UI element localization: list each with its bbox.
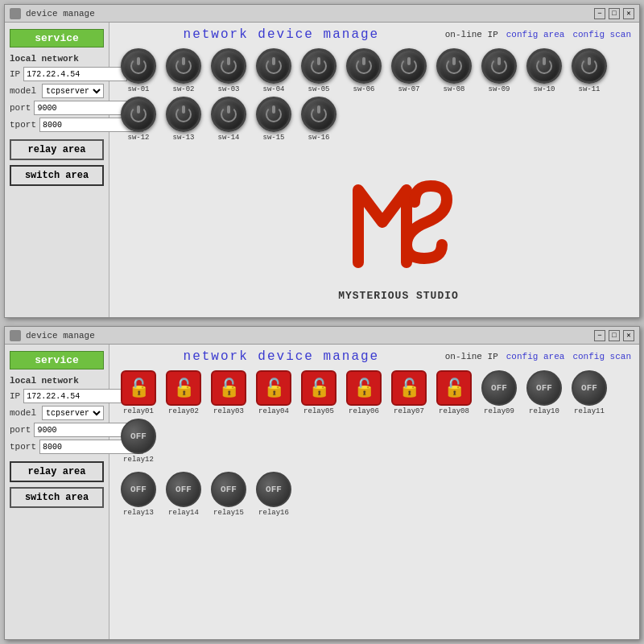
off-label: OFF xyxy=(266,485,282,494)
power-button[interactable] xyxy=(166,48,201,84)
config-scan-2[interactable]: config scan xyxy=(572,352,631,361)
relay-item-on: 🔓 relay05 xyxy=(298,370,340,415)
power-button[interactable] xyxy=(211,48,246,84)
power-button[interactable] xyxy=(121,48,156,84)
power-button[interactable] xyxy=(256,48,291,84)
power-button[interactable] xyxy=(436,48,472,84)
lock-open-icon: 🔓 xyxy=(398,378,420,399)
relay-on-button[interactable]: 🔓 xyxy=(346,370,382,406)
relay-off-button[interactable]: OFF xyxy=(256,472,291,507)
power-button[interactable] xyxy=(526,48,562,84)
relay-off-button[interactable]: OFF xyxy=(526,370,562,406)
power-button[interactable] xyxy=(166,97,201,132)
relay-item-on: 🔓 relay04 xyxy=(253,370,295,415)
ip-row-1: IP xyxy=(10,67,104,81)
port-label-1: port xyxy=(10,103,31,113)
tport-row-1: tport xyxy=(10,118,104,132)
power-button[interactable] xyxy=(391,48,427,84)
ms-logo-text: MYSTERIOUS STUDIO xyxy=(338,290,459,302)
switch-item: sw-11 xyxy=(568,48,610,93)
relay-on-button[interactable]: 🔓 xyxy=(166,370,201,406)
power-button[interactable] xyxy=(211,97,246,132)
maximize-btn-2[interactable]: □ xyxy=(609,330,620,341)
power-button[interactable] xyxy=(301,48,336,84)
model-row-2: model tcpserver xyxy=(10,406,104,420)
ip-label-2: IP xyxy=(10,391,20,401)
relay-label: relay08 xyxy=(439,407,469,415)
relay-on-button[interactable]: 🔓 xyxy=(391,370,427,406)
relay-item-off: OFF relay13 xyxy=(118,472,159,517)
relay-off-button[interactable]: OFF xyxy=(121,419,156,454)
relay-on-button[interactable]: 🔓 xyxy=(301,370,336,406)
power-icon xyxy=(452,57,456,65)
window-1: device manage − □ ✕ service local networ… xyxy=(4,4,640,318)
model-select-2[interactable]: tcpserver xyxy=(42,406,104,420)
switch-item: sw-13 xyxy=(163,97,204,142)
relay-item-on: 🔓 relay03 xyxy=(208,370,250,415)
close-btn-2[interactable]: ✕ xyxy=(623,330,634,341)
power-icon xyxy=(182,57,185,65)
relay-label: relay10 xyxy=(529,407,559,415)
switch-area-btn-2[interactable]: switch area xyxy=(10,487,104,508)
tport-row-2: tport xyxy=(10,440,104,454)
main-area-1: network device manage on-line IP config … xyxy=(109,23,639,317)
switch-label: sw-03 xyxy=(217,85,239,93)
relay-off-button[interactable]: OFF xyxy=(481,370,517,406)
relay-off-button[interactable]: OFF xyxy=(121,472,156,507)
relay-label: relay04 xyxy=(258,407,289,415)
switch-label: sw-01 xyxy=(127,85,149,93)
lock-open-icon: 🔓 xyxy=(218,378,240,399)
lock-open-icon: 🔓 xyxy=(308,378,330,399)
relay-off-button[interactable]: OFF xyxy=(166,472,201,507)
config-area-2[interactable]: config area xyxy=(506,352,565,361)
relay-on-button[interactable]: 🔓 xyxy=(256,370,291,406)
titlebar-controls-1: − □ ✕ xyxy=(594,8,634,19)
relay-label: relay14 xyxy=(168,509,199,517)
model-label-1: model xyxy=(10,86,39,96)
online-ip-2: on-line IP xyxy=(445,352,498,361)
power-button[interactable] xyxy=(572,48,607,84)
titlebar-left-1: device manage xyxy=(10,8,95,19)
relay-area-btn-1[interactable]: relay area xyxy=(10,139,104,160)
relay-on-button[interactable]: 🔓 xyxy=(121,370,156,406)
switch-area-btn-1[interactable]: switch area xyxy=(10,165,104,186)
switch-item: sw-04 xyxy=(253,48,295,93)
maximize-btn-1[interactable]: □ xyxy=(609,8,620,19)
relay-item-off: OFF relay16 xyxy=(253,472,295,517)
ip-label-1: IP xyxy=(10,69,20,79)
relay-area-btn-2[interactable]: relay area xyxy=(10,461,104,482)
power-button[interactable] xyxy=(346,48,382,84)
power-button[interactable] xyxy=(301,97,336,132)
relay-item-off: OFF relay10 xyxy=(523,370,565,415)
relay-off-button[interactable]: OFF xyxy=(572,370,607,406)
config-area-1[interactable]: config area xyxy=(506,30,565,39)
switch-item: sw-16 xyxy=(298,97,340,142)
titlebar-1: device manage − □ ✕ xyxy=(5,5,639,23)
lock-open-icon: 🔓 xyxy=(173,378,195,399)
switch-item: sw-10 xyxy=(523,48,565,93)
service-button-1[interactable]: service xyxy=(10,29,104,47)
relay-label: relay13 xyxy=(123,509,154,517)
relay-on-button[interactable]: 🔓 xyxy=(211,370,246,406)
relay-item-on: 🔓 relay02 xyxy=(163,370,204,415)
power-icon xyxy=(497,57,501,65)
switch-item: sw-12 xyxy=(118,97,159,142)
minimize-btn-1[interactable]: − xyxy=(594,8,605,19)
relay-item-on: 🔓 relay08 xyxy=(433,370,475,415)
relay-off-button[interactable]: OFF xyxy=(211,472,246,507)
relay-on-button[interactable]: 🔓 xyxy=(436,370,472,406)
tport-label-2: tport xyxy=(10,442,36,452)
switches-grid-1: sw-01 sw-02 sw-03 sw-04 sw-05 sw-06 sw-0… xyxy=(118,48,631,142)
power-button[interactable] xyxy=(256,97,291,132)
minimize-btn-2[interactable]: − xyxy=(594,330,605,341)
logo-container: MYSTERIOUS STUDIO xyxy=(166,158,631,302)
model-select-1[interactable]: tcpserver xyxy=(42,84,104,98)
service-button-2[interactable]: service xyxy=(10,351,104,369)
switch-item: sw-08 xyxy=(433,48,475,93)
relays-grid-2: 🔓 relay01 🔓 relay02 🔓 relay03 🔓 relay04 … xyxy=(118,370,631,517)
power-button[interactable] xyxy=(121,97,156,132)
power-button[interactable] xyxy=(481,48,517,84)
power-icon xyxy=(137,105,140,114)
close-btn-1[interactable]: ✕ xyxy=(623,8,634,19)
config-scan-1[interactable]: config scan xyxy=(572,30,631,39)
